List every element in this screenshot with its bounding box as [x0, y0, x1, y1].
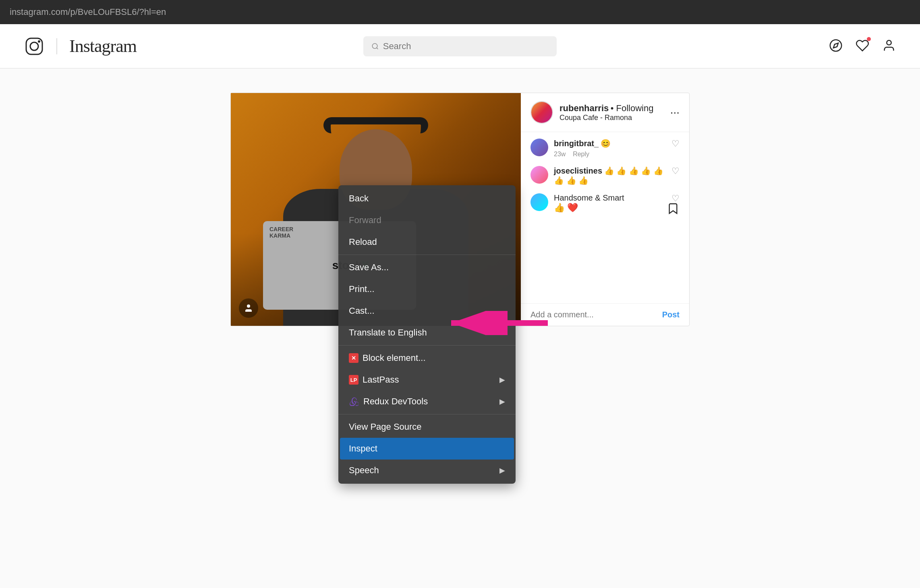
comment-avatar-3[interactable] — [530, 193, 548, 211]
context-menu-item-block-element[interactable]: ✕ Block element... — [340, 347, 514, 369]
activity-icon[interactable] — [856, 39, 869, 54]
comment-text-1: 😊 — [601, 139, 611, 148]
context-separator-1 — [338, 255, 516, 255]
comment-like-2[interactable]: ♡ — [671, 166, 680, 176]
post-username[interactable]: rubenharris — [559, 103, 609, 113]
search-input[interactable] — [383, 41, 549, 52]
comment-item-2: joseclistines 👍 👍 👍 👍 👍 👍 👍 👍 ♡ — [530, 166, 680, 185]
comment-username-2[interactable]: joseclistines — [554, 166, 602, 175]
context-reload-label: Reload — [349, 237, 377, 247]
svg-line-4 — [377, 48, 378, 49]
logo-divider — [56, 38, 57, 54]
post-location: Coupa Cafe - Ramona — [559, 114, 664, 122]
context-menu-item-view-source[interactable]: View Page Source — [340, 416, 514, 438]
search-container — [363, 36, 557, 56]
comment-content-1: bringitbrat_ 😊 23w Reply — [554, 139, 666, 158]
svg-point-3 — [372, 43, 377, 48]
profile-icon[interactable] — [882, 39, 896, 54]
context-speech-label: Speech — [349, 465, 379, 476]
search-bar[interactable] — [363, 36, 557, 56]
comment-content-3: Handsome & Smart 👍 ❤️ — [554, 193, 666, 213]
context-menu-item-save-as[interactable]: Save As... — [340, 257, 514, 278]
context-redux-chevron: ▶ — [499, 397, 505, 406]
svg-marker-6 — [833, 43, 838, 48]
context-separator-2 — [338, 345, 516, 346]
context-forward-label: Forward — [349, 215, 381, 226]
context-back-label: Back — [349, 193, 369, 204]
context-menu-item-reload[interactable]: Reload — [340, 231, 514, 253]
logo-area: Instagram — [24, 36, 137, 56]
search-icon — [371, 42, 379, 50]
svg-point-2 — [38, 40, 40, 43]
comment-username-1[interactable]: bringitbrat_ — [554, 139, 599, 148]
context-redux-label: Redux DevTools — [363, 396, 428, 407]
comment-like-1[interactable]: ♡ — [671, 139, 680, 149]
post-bookmark-icon[interactable] — [667, 202, 680, 217]
context-menu-item-redux[interactable]: Redux DevTools ▶ — [340, 391, 514, 412]
context-block-element-label: Block element... — [363, 353, 426, 363]
svg-point-7 — [887, 40, 891, 45]
comment-emojis: 👍 ❤️ — [554, 203, 666, 213]
context-inspect-label: Inspect — [349, 443, 377, 454]
context-menu-item-forward[interactable]: Forward — [340, 209, 514, 231]
post-sidebar: rubenharris • Following Coupa Cafe - Ram… — [521, 93, 689, 326]
nav-right — [829, 39, 896, 54]
post-submit-button[interactable]: Post — [662, 310, 680, 319]
post-username-line: rubenharris • Following — [559, 103, 664, 114]
context-menu-item-speech[interactable]: Speech ▶ — [340, 460, 514, 481]
context-cast-label: Cast... — [349, 306, 375, 316]
notification-dot — [867, 37, 871, 41]
block-element-icon: ✕ — [349, 353, 358, 363]
instagram-wordmark: Instagram — [69, 36, 137, 56]
context-lastpass-chevron: ▶ — [499, 375, 505, 384]
post-overlay-user-icon[interactable] — [239, 298, 258, 318]
context-menu-item-inspect[interactable]: Inspect — [340, 438, 514, 460]
context-separator-3 — [338, 414, 516, 414]
context-lastpass-label: LastPass — [363, 375, 399, 385]
comment-time-1: 23w — [554, 151, 566, 157]
context-menu-item-print[interactable]: Print... — [340, 278, 514, 300]
comment-handsome-text: Handsome & Smart — [554, 193, 666, 203]
browser-bar: instagram.com/p/BveLOuFBSL6/?hl=en — [0, 0, 920, 24]
post-header: rubenharris • Following Coupa Cafe - Ram… — [521, 93, 689, 132]
svg-point-1 — [30, 42, 38, 50]
context-translate-label: Translate to English — [349, 327, 427, 338]
browser-url: instagram.com/p/BveLOuFBSL6/?hl=en — [10, 7, 166, 17]
comments-area: bringitbrat_ 😊 23w Reply ♡ josec — [521, 132, 689, 326]
svg-point-8 — [247, 304, 250, 308]
context-menu-item-lastpass[interactable]: LP LastPass ▶ — [340, 369, 514, 391]
comment-avatar-1[interactable] — [530, 139, 548, 156]
comment-content-2: joseclistines 👍 👍 👍 👍 👍 👍 👍 👍 — [554, 166, 666, 185]
comment-avatar-2[interactable] — [530, 166, 548, 184]
post-user-info: rubenharris • Following Coupa Cafe - Ram… — [559, 103, 664, 122]
comment-reply-1[interactable]: Reply — [573, 151, 589, 157]
instagram-camera-icon — [24, 36, 44, 56]
instagram-header: Instagram — [0, 24, 920, 68]
context-print-label: Print... — [349, 284, 375, 294]
post-following-label: • Following — [611, 103, 654, 113]
comment-meta-1: 23w Reply — [554, 151, 666, 158]
context-speech-chevron: ▶ — [499, 466, 505, 475]
redux-icon — [349, 396, 359, 407]
context-view-source-label: View Page Source — [349, 422, 422, 432]
post-author-avatar[interactable] — [530, 101, 553, 124]
explore-icon[interactable] — [829, 39, 843, 54]
lastpass-icon: LP — [349, 375, 358, 385]
post-more-button[interactable]: ··· — [670, 106, 680, 119]
pink-arrow-indicator — [443, 311, 556, 337]
comment-item: bringitbrat_ 😊 23w Reply ♡ — [530, 139, 680, 158]
svg-point-5 — [830, 39, 841, 51]
context-menu-item-back[interactable]: Back — [340, 188, 514, 209]
comment-item-3: Handsome & Smart 👍 ❤️ ♡ — [530, 193, 680, 213]
context-save-as-label: Save As... — [349, 262, 389, 273]
